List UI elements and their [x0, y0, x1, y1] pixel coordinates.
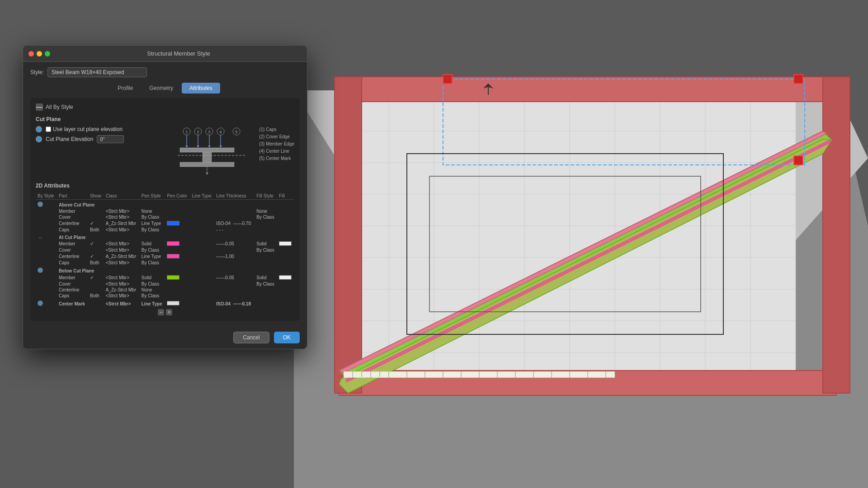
maximize-button[interactable]: [45, 51, 50, 56]
legend-item-1: (1) Caps: [259, 126, 294, 133]
cut-plane-section: Cut Plane Use layer cut plane elevation: [36, 116, 294, 177]
window-controls: [28, 51, 50, 56]
center-mark-label: Center Mark: [57, 299, 88, 307]
thickness-caps-above: - - -: [214, 227, 255, 233]
radio-layer[interactable]: [36, 126, 42, 132]
table-row: Cover <Strct Mbr> By Class By Class: [36, 281, 294, 287]
dialog-footer: Cancel OK: [23, 326, 307, 349]
penstyle-caps-above: By Class: [140, 227, 165, 233]
svg-rect-31: [443, 75, 452, 84]
tab-geometry[interactable]: Geometry: [142, 83, 181, 94]
group-below-cut-plane: Below Cut Plane: [36, 266, 294, 274]
collapse-button[interactable]: —: [36, 103, 43, 111]
table-header: By Style Part Show Class Pen Style Pen C…: [36, 192, 294, 200]
color-swatch-pink-2[interactable]: [167, 254, 179, 258]
elevation-input[interactable]: [97, 135, 124, 143]
style-input[interactable]: [47, 67, 147, 77]
class-center-mark: <Strct Mbr>: [104, 299, 140, 307]
class-centerline-below: A_Zz-Strct Mbr: [104, 287, 140, 293]
use-layer-checkbox[interactable]: [46, 127, 51, 132]
col-part: Part: [57, 192, 88, 200]
class-centerline-at: A_Zz-Strct Mbr: [104, 253, 140, 260]
cancel-button[interactable]: Cancel: [233, 332, 269, 343]
legend-item-3: (3) Member Edge: [259, 141, 294, 148]
use-layer-label: Use layer cut plane elevation: [53, 126, 123, 132]
penstyle-member-below: Solid: [140, 274, 165, 281]
cut-plane-controls: Use layer cut plane elevation Cut Plane …: [36, 126, 169, 177]
svg-text:2: 2: [197, 130, 199, 134]
cut-plane-legend: (1) Caps (2) Cover Edge (3) Member Edge …: [259, 126, 294, 177]
tab-attributes[interactable]: Attributes: [182, 83, 220, 94]
table-row: Caps Both <Strct Mbr> By Class: [36, 293, 294, 299]
color-swatch-pink[interactable]: [167, 241, 179, 246]
part-cover-above: Cover: [57, 214, 88, 220]
remove-row-button[interactable]: −: [158, 309, 164, 315]
svg-text:4: 4: [220, 130, 222, 134]
color-swatch-green[interactable]: [167, 275, 179, 280]
svg-marker-69: [197, 145, 199, 148]
fill-swatch-white-1[interactable]: [279, 241, 292, 246]
part-centerline-above: Centerline: [57, 220, 88, 227]
penstyle-caps-below: By Class: [140, 293, 165, 299]
part-centerline-below: Centerline: [57, 287, 88, 293]
fillstyle-cover-below: By Class: [255, 281, 277, 287]
table-row: Cover <Strct Mbr> By Class By Class: [36, 247, 294, 253]
show-centerline-at: ✓: [88, 253, 104, 260]
col-line-thickness: Line Thickness: [214, 192, 255, 200]
add-row-button[interactable]: +: [166, 309, 172, 315]
radio-below[interactable]: [38, 267, 43, 273]
table-row: Member ✓ <Strct Mbr> Solid ——0.05 Solid: [36, 240, 294, 247]
cut-plane-diagram: 1 2 3 4 5: [178, 126, 250, 177]
class-caps-below: <Strct Mbr>: [104, 293, 140, 299]
elevation-label: Cut Plane Elevation: [46, 136, 93, 142]
checkbox-layer: Use layer cut plane elevation: [46, 126, 123, 132]
style-label: Style:: [30, 69, 44, 75]
minimize-button[interactable]: [37, 51, 42, 56]
ok-button[interactable]: OK: [274, 332, 300, 343]
svg-marker-71: [208, 145, 211, 148]
dialog-title: Structural Member Style: [56, 50, 302, 57]
penstyle-caps-at: By Class: [140, 260, 165, 266]
radio-at[interactable]: ↔: [38, 235, 43, 240]
cut-plane-row-2: Cut Plane Elevation: [36, 135, 169, 143]
close-button[interactable]: [28, 51, 34, 56]
part-caps-below: Caps: [57, 293, 88, 299]
svg-text:5: 5: [236, 130, 238, 134]
color-swatch-blue[interactable]: [167, 221, 179, 225]
col-pen-color: Pen Color: [165, 192, 190, 200]
radio-elevation[interactable]: [36, 136, 42, 142]
thickness-centerline-above: ISO-04 ——0.70: [214, 220, 255, 227]
thickness-member-at: ——0.05: [214, 240, 255, 247]
part-cover-at: Cover: [57, 247, 88, 253]
cut-plane-title: Cut Plane: [36, 116, 294, 122]
class-caps-at: <Strct Mbr>: [104, 260, 140, 266]
thickness-centerline-at: ——1.00: [214, 253, 255, 260]
cut-plane-row-1: Use layer cut plane elevation: [36, 126, 169, 132]
radio-center-mark[interactable]: [38, 300, 43, 306]
fill-swatch-white-2[interactable]: [279, 275, 292, 280]
col-pen-style: Pen Style: [140, 192, 165, 200]
cut-diagram-svg: 1 2 3 4 5: [178, 126, 250, 176]
attributes-table: By Style Part Show Class Pen Style Pen C…: [36, 192, 294, 307]
table-row: Centerline ✓ A_Zz-Strct Mbr Line Type ——…: [36, 253, 294, 260]
2d-attributes-title: 2D Attributes: [36, 183, 294, 189]
part-member-below: Member: [57, 274, 88, 281]
penstyle-member-above: None: [140, 208, 165, 214]
class-cover-at: <Strct Mbr>: [104, 247, 140, 253]
svg-marker-67: [185, 145, 188, 148]
fillstyle-member-below: Solid: [255, 274, 277, 281]
show-centerline-above: ✓: [88, 220, 104, 227]
svg-rect-24: [335, 77, 362, 393]
fillstyle-member-at: Solid: [255, 240, 277, 247]
tab-profile[interactable]: Profile: [110, 83, 141, 94]
group-above-cut-plane: Above Cut Plane: [36, 200, 294, 209]
class-member-below: <Strct Mbr>: [104, 274, 140, 281]
below-cut-plane-label: Below Cut Plane: [57, 266, 294, 274]
class-member-at: <Strct Mbr>: [104, 240, 140, 247]
part-caps-at: Caps: [57, 260, 88, 266]
dialog-body: Style: Profile Geometry Attributes — All…: [23, 62, 307, 326]
color-swatch-center[interactable]: [167, 301, 179, 305]
penstyle-centerline-at: Line Type: [140, 253, 165, 260]
svg-text:3: 3: [208, 130, 211, 134]
radio-above[interactable]: [38, 202, 43, 207]
